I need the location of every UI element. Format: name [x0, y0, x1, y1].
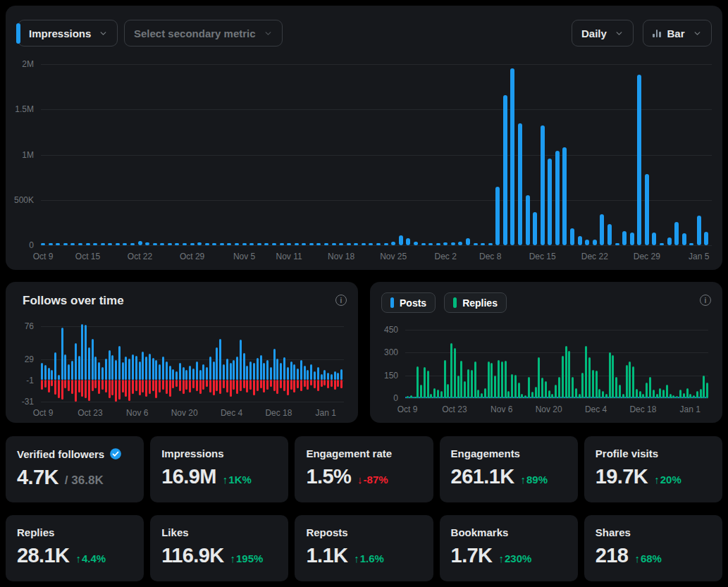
unfollows-bar — [162, 380, 164, 390]
follows-bar — [253, 363, 255, 380]
gridline — [405, 330, 708, 330]
stats-row-2: Replies 28.1K ↑4.4% Likes 116.9K ↑195% R… — [6, 515, 722, 581]
follows-bar — [230, 363, 232, 380]
period-dropdown[interactable]: Daily — [572, 20, 634, 47]
unfollows-bar — [321, 380, 323, 387]
impressions-bar — [436, 243, 440, 245]
replies-bar — [703, 376, 705, 398]
replies-bar — [588, 357, 591, 398]
unfollows-bar — [71, 380, 73, 394]
impressions-bar — [332, 243, 336, 245]
follows-bar — [307, 370, 309, 380]
x-axis-label: Jan 1 — [680, 404, 701, 414]
replies-bar — [659, 388, 661, 398]
impressions-bar — [391, 242, 395, 245]
impressions-bar — [414, 242, 418, 245]
impressions-bar — [175, 243, 179, 245]
impressions-bar — [309, 243, 314, 245]
primary-metric-dropdown[interactable]: Impressions — [18, 20, 118, 47]
impressions-bar — [78, 243, 82, 245]
secondary-metric-dropdown[interactable]: Select secondary metric — [124, 20, 283, 47]
replies-bar — [467, 369, 469, 398]
follows-bar — [159, 364, 161, 380]
legend-chip-replies[interactable]: Replies — [444, 292, 507, 313]
impressions-bar — [56, 243, 60, 245]
follows-bar — [48, 368, 50, 380]
unfollows-bar — [115, 380, 117, 402]
impressions-bar — [153, 243, 157, 245]
unfollows-bar — [270, 380, 272, 387]
replies-bar — [686, 388, 689, 398]
y-axis-label: 500K — [14, 195, 34, 205]
stat-total: / 36.8K — [65, 474, 104, 488]
follows-bar — [85, 325, 87, 380]
unfollows-bar — [98, 380, 100, 394]
info-icon[interactable]: i — [700, 295, 711, 306]
follows-bar — [109, 350, 111, 380]
stat-label: Bookmarks — [451, 526, 509, 538]
legend-label-posts: Posts — [400, 297, 426, 309]
unfollows-bar — [304, 380, 306, 387]
y-axis-label: 1.5M — [15, 104, 34, 114]
impressions-bar — [630, 233, 634, 245]
unfollows-bar — [290, 380, 292, 390]
gridline — [405, 398, 708, 399]
unfollows-bar — [297, 380, 299, 388]
impressions-bar — [570, 228, 574, 245]
replies-bar — [632, 366, 634, 398]
impressions-bar — [474, 243, 478, 245]
impressions-bar — [697, 216, 701, 245]
unfollows-bar — [246, 380, 248, 393]
x-axis-label: Oct 15 — [75, 252, 100, 261]
x-axis-label: Oct 23 — [78, 408, 102, 418]
replies-bar — [427, 371, 429, 398]
info-icon[interactable]: i — [335, 295, 347, 306]
replies-bar — [484, 388, 486, 398]
replies-bar — [612, 355, 614, 398]
impressions-bar — [585, 240, 589, 245]
impressions-bar — [235, 243, 239, 245]
impressions-bar — [451, 242, 455, 245]
impressions-bar — [593, 240, 597, 245]
unfollows-bar — [92, 380, 94, 391]
replies-bar — [565, 346, 567, 398]
replies-bar — [639, 391, 641, 398]
x-axis-label: Oct 9 — [33, 408, 54, 418]
replies-bar — [511, 374, 513, 399]
x-axis-label: Oct 29 — [180, 252, 204, 261]
replies-bar — [649, 377, 651, 398]
y-axis-label: 1M — [22, 150, 34, 160]
impressions-bar — [197, 242, 202, 245]
follows-bar — [68, 364, 70, 380]
impressions-bar — [674, 222, 679, 245]
analytics-dashboard: Impressions Select secondary metric Dail… — [0, 0, 728, 587]
stat-value: 28.1K — [17, 544, 69, 567]
unfollows-bar — [226, 380, 228, 393]
gridline — [41, 64, 712, 65]
follows-bar — [166, 362, 168, 380]
unfollows-bar — [101, 380, 104, 390]
replies-bar — [558, 377, 560, 398]
impressions-bar — [578, 236, 582, 245]
follows-panel: Follows over time i 7629-1-31Oct 9Oct 23… — [6, 282, 358, 423]
legend-chip-posts[interactable]: Posts — [381, 292, 436, 313]
replies-bar — [450, 343, 452, 398]
unfollows-bar — [317, 380, 319, 391]
chart-type-dropdown[interactable]: Bar — [643, 20, 712, 47]
trend-arrow-icon: ↓ — [357, 474, 363, 486]
replies-bar — [545, 381, 547, 398]
impressions-bar — [145, 242, 149, 245]
follows-bar — [206, 367, 208, 380]
stat-change: ↑195% — [230, 552, 264, 564]
replies-bar — [575, 388, 577, 398]
stat-change: ↑89% — [521, 474, 548, 486]
impressions-bar — [123, 243, 127, 245]
follows-bar — [115, 360, 117, 380]
impressions-bar — [316, 243, 321, 245]
impressions-bar — [190, 243, 195, 245]
replies-bar — [696, 391, 698, 398]
impressions-bar — [466, 238, 470, 245]
replies-bar — [605, 394, 607, 399]
impressions-bar — [518, 123, 522, 245]
unfollows-bar — [75, 380, 77, 402]
